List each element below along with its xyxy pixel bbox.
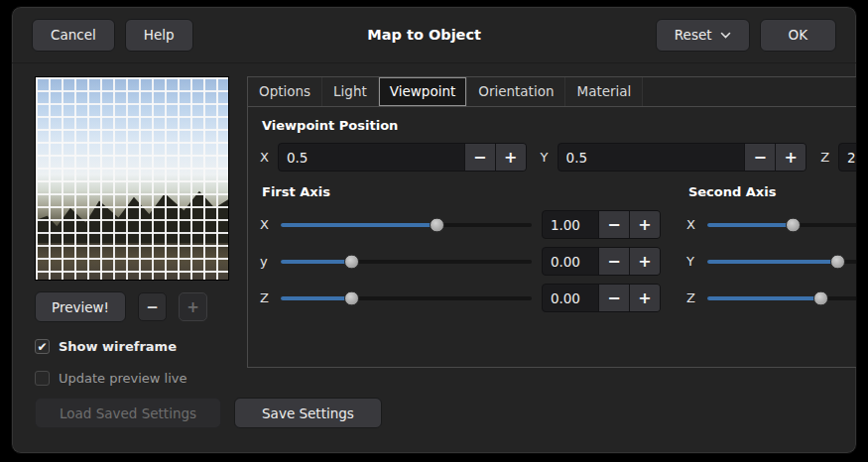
position-z-input[interactable] [839,144,857,171]
slider-handle[interactable] [813,290,828,305]
slider-fill [281,223,436,227]
slider-handle[interactable] [344,254,359,269]
wireframe-grid-overlay [36,77,228,280]
first-axis-z-input[interactable] [543,285,598,311]
main-area: Preview! − + ✔ Show wireframe Update pre… [35,76,836,386]
first-axis-x-row: X − [260,210,661,239]
first-axis-title: First Axis [262,184,661,199]
slider-handle[interactable] [344,290,359,305]
reset-button[interactable]: Reset [656,19,750,52]
slider-fill [707,296,820,300]
second-axis-y-row: Y − [686,247,857,276]
second-axis-y-slider[interactable] [707,247,857,276]
second-axis-y-label: Y [686,254,697,269]
position-y-input[interactable] [558,144,745,171]
titlebar-left-actions: Cancel Help [32,19,193,52]
second-axis-x-slider[interactable] [707,210,857,239]
titlebar: Cancel Help Map to Object Reset OK [12,7,856,63]
position-x-label: X [260,150,269,165]
position-y-decrement-button[interactable]: − [744,144,775,171]
tab-light[interactable]: Light [322,77,379,106]
ok-button[interactable]: OK [760,19,836,52]
dialog-content: Preview! − + ✔ Show wireframe Update pre… [12,63,856,428]
cancel-button[interactable]: Cancel [32,19,115,52]
tab-orientation[interactable]: Orientation [467,77,565,106]
first-axis-x-input[interactable] [543,211,598,238]
titlebar-right-actions: Reset OK [656,19,836,52]
settings-buttons-row: Load Saved Settings Save Settings [35,398,836,428]
first-axis-z-label: Z [260,290,271,305]
first-axis-y-increment-button[interactable]: + [629,248,660,275]
tab-options[interactable]: Options [248,77,322,106]
first-axis-y-input[interactable] [543,248,598,275]
viewpoint-position-row: X − + Y − + [260,143,857,172]
slider-track [281,296,532,300]
slider-fill [707,223,793,227]
slider-handle[interactable] [830,254,845,269]
slider-handle[interactable] [430,217,444,232]
first-axis-z-row: Z − [260,284,661,312]
position-y-group: Y − + [541,143,807,172]
position-x-increment-button[interactable]: + [495,144,526,171]
first-axis-z-increment-button[interactable]: + [629,285,660,311]
second-axis-section: Second Axis X [686,184,857,320]
slider-fill [281,296,351,300]
slider-track [707,223,857,227]
second-axis-z-label: Z [686,290,697,305]
position-x-group: X − + [260,143,527,172]
slider-track [281,260,532,264]
tab-material[interactable]: Material [565,77,643,106]
slider-handle[interactable] [786,217,801,232]
position-x-decrement-button[interactable]: − [464,144,495,171]
map-to-object-dialog: Cancel Help Map to Object Reset OK Pre [11,6,857,454]
first-axis-y-spinbox: − + [542,247,661,276]
slider-fill [281,260,351,264]
position-z-spinbox: − + [838,143,857,172]
slider-fill [707,260,838,264]
position-x-input[interactable] [279,144,464,171]
first-axis-y-label: y [260,254,271,269]
tab-viewpoint[interactable]: Viewpoint [379,77,467,106]
first-axis-y-decrement-button[interactable]: − [598,248,629,275]
first-axis-z-spinbox: − + [542,284,661,312]
update-preview-live-checkbox[interactable] [35,371,50,386]
first-axis-x-label: X [260,217,271,232]
update-preview-live-label: Update preview live [59,371,187,386]
position-y-increment-button[interactable]: + [775,144,806,171]
position-z-label: Z [820,150,829,165]
reset-label: Reset [675,27,712,43]
slider-track [707,260,857,264]
position-y-label: Y [541,150,549,165]
tab-bar: Options Light Viewpoint Orientation Mate… [248,77,857,107]
preview-controls-row: Preview! − + [35,291,231,322]
preview-button[interactable]: Preview! [35,291,126,322]
zoom-out-button[interactable]: − [138,292,167,321]
slider-track [281,223,532,227]
help-button[interactable]: Help [125,19,193,52]
axes-section: First Axis X [260,184,857,320]
first-axis-y-slider[interactable] [281,247,532,276]
first-axis-x-increment-button[interactable]: + [629,211,660,238]
update-preview-live-row: Update preview live [35,371,231,386]
show-wireframe-label: Show wireframe [59,339,177,354]
first-axis-x-spinbox: − + [542,210,661,239]
load-saved-settings-button[interactable]: Load Saved Settings [35,398,221,428]
zoom-in-button[interactable]: + [179,292,207,321]
first-axis-z-decrement-button[interactable]: − [598,285,629,311]
position-z-group: Z − + [820,143,857,172]
first-axis-y-row: y − [260,247,661,276]
first-axis-section: First Axis X [260,184,661,320]
show-wireframe-checkbox[interactable]: ✔ [35,339,50,354]
first-axis-z-slider[interactable] [281,284,532,312]
first-axis-x-slider[interactable] [281,210,532,239]
settings-notebook: Options Light Viewpoint Orientation Mate… [247,76,857,368]
second-axis-z-slider[interactable] [707,284,857,312]
window-title: Map to Object [193,27,656,43]
preview-column: Preview! − + ✔ Show wireframe Update pre… [35,76,231,386]
save-settings-button[interactable]: Save Settings [234,398,382,428]
viewpoint-panel: Viewpoint Position X − + Y [248,107,857,332]
chevron-down-icon [720,32,731,39]
position-x-spinbox: − + [278,143,527,172]
position-y-spinbox: − + [558,143,807,172]
first-axis-x-decrement-button[interactable]: − [598,211,629,238]
